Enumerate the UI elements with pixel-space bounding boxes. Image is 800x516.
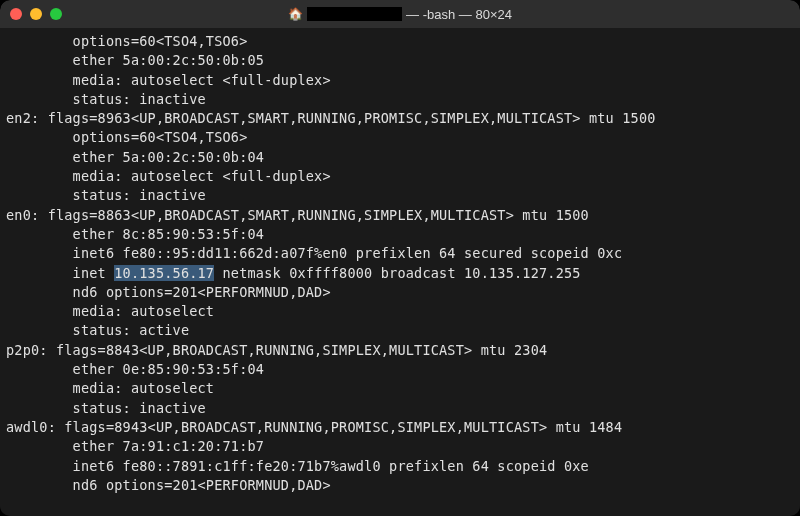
title-text: — -bash — 80×24 — [406, 7, 512, 22]
terminal-output[interactable]: options=60<TSO4,TSO6> ether 5a:00:2c:50:… — [0, 28, 800, 516]
titlebar: 🏠 — -bash — 80×24 — [0, 0, 800, 28]
home-folder-icon: 🏠 — [288, 7, 303, 21]
terminal-line: status: inactive — [6, 91, 206, 107]
terminal-line: status: active — [6, 322, 189, 338]
terminal-line: ether 7a:91:c1:20:71:b7 — [6, 438, 264, 454]
redacted-username — [307, 7, 402, 21]
terminal-line: nd6 options=201<PERFORMNUD,DAD> — [6, 477, 331, 493]
terminal-line: media: autoselect — [6, 380, 214, 396]
terminal-line-inet: inet 10.135.56.17 netmask 0xffff8000 bro… — [6, 265, 581, 281]
terminal-line: media: autoselect — [6, 303, 214, 319]
zoom-icon[interactable] — [50, 8, 62, 20]
terminal-line: media: autoselect <full-duplex> — [6, 72, 331, 88]
terminal-line: options=60<TSO4,TSO6> — [6, 129, 248, 145]
terminal-line: status: inactive — [6, 187, 206, 203]
traffic-lights — [10, 8, 62, 20]
window-title: 🏠 — -bash — 80×24 — [0, 7, 800, 22]
terminal-line: ether 5a:00:2c:50:0b:04 — [6, 149, 264, 165]
terminal-line: p2p0: flags=8843<UP,BROADCAST,RUNNING,SI… — [6, 342, 547, 358]
terminal-line: ether 0e:85:90:53:5f:04 — [6, 361, 264, 377]
terminal-line: options=60<TSO4,TSO6> — [6, 33, 248, 49]
terminal-line: en2: flags=8963<UP,BROADCAST,SMART,RUNNI… — [6, 110, 656, 126]
close-icon[interactable] — [10, 8, 22, 20]
terminal-line: en0: flags=8863<UP,BROADCAST,SMART,RUNNI… — [6, 207, 589, 223]
terminal-line: inet6 fe80::7891:c1ff:fe20:71b7%awdl0 pr… — [6, 458, 589, 474]
terminal-line: inet6 fe80::95:dd11:662d:a07f%en0 prefix… — [6, 245, 622, 261]
terminal-line: status: inactive — [6, 400, 206, 416]
minimize-icon[interactable] — [30, 8, 42, 20]
inet-suffix: netmask 0xffff8000 broadcast 10.135.127.… — [214, 265, 580, 281]
terminal-line: awdl0: flags=8943<UP,BROADCAST,RUNNING,P… — [6, 419, 622, 435]
terminal-line: media: autoselect <full-duplex> — [6, 168, 331, 184]
inet-prefix: inet — [6, 265, 114, 281]
terminal-line: ether 5a:00:2c:50:0b:05 — [6, 52, 264, 68]
terminal-line: ether 8c:85:90:53:5f:04 — [6, 226, 264, 242]
selected-ip-address[interactable]: 10.135.56.17 — [114, 265, 214, 281]
terminal-line: nd6 options=201<PERFORMNUD,DAD> — [6, 284, 331, 300]
